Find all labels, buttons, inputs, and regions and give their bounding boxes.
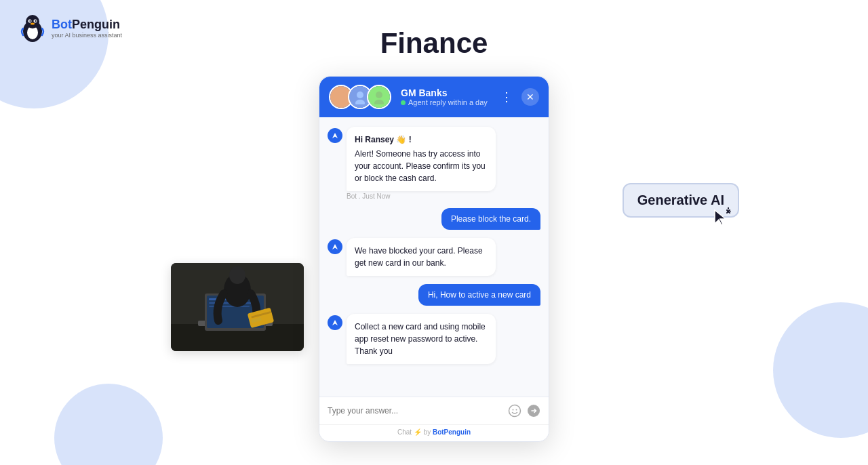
close-button[interactable]: ✕ — [521, 88, 539, 106]
svg-point-25 — [338, 92, 344, 98]
generative-ai-badge: Generative AI — [623, 183, 739, 218]
chat-footer: Chat ⚡ by BotPenguin — [319, 424, 549, 441]
send-button[interactable] — [527, 404, 540, 418]
svg-point-17 — [229, 266, 245, 284]
bot-message-3: Collect a new card and using mobile app … — [328, 314, 540, 364]
decorative-circle-right — [773, 302, 868, 438]
bot-icon-1 — [328, 128, 342, 143]
svg-point-26 — [336, 100, 346, 104]
user-bubble-1: Please block the card. — [441, 208, 540, 230]
chat-name: GM Banks — [401, 87, 490, 98]
bot-bubble-2: We have blocked your card. Please get ne… — [347, 238, 496, 276]
avatar-group — [329, 85, 391, 109]
user-message-1: Please block the card. — [328, 208, 540, 230]
bot-timestamp-1: Bot . Just Now — [347, 193, 540, 200]
header-actions[interactable]: ⋮ ✕ — [497, 87, 539, 106]
user-bubble-2: Hi, How to active a new card — [418, 284, 540, 306]
emoji-button[interactable] — [508, 404, 521, 418]
page-title: Finance — [380, 27, 488, 60]
svg-point-32 — [513, 409, 514, 411]
svg-point-27 — [357, 92, 363, 98]
user-message-2: Hi, How to active a new card — [328, 284, 540, 306]
svg-point-7 — [31, 23, 35, 25]
chat-messages: Hi Ransey 👋 ! Alert! Someone has try acc… — [319, 117, 549, 397]
photo-svg — [171, 263, 304, 351]
avatar-3 — [367, 85, 391, 109]
logo-name: BotPenguin — [52, 18, 122, 32]
bot-bubble-3: Collect a new card and using mobile app … — [347, 314, 496, 364]
chat-input-area — [319, 397, 549, 424]
logo: BotPenguin your AI business assistant — [19, 14, 122, 43]
svg-point-31 — [509, 405, 521, 417]
svg-point-28 — [355, 100, 365, 104]
svg-point-5 — [29, 20, 31, 22]
bot-icon-3 — [328, 315, 342, 330]
generative-ai-label: Generative AI — [637, 193, 724, 207]
chat-widget: GM Banks Agent reply within a day ⋮ ✕ Hi… — [319, 76, 549, 442]
menu-button[interactable]: ⋮ — [497, 87, 516, 106]
bot-bubble-1: Hi Ransey 👋 ! Alert! Someone has try acc… — [347, 127, 496, 191]
status-dot — [401, 100, 406, 105]
logo-tagline: your AI business assistant — [52, 32, 122, 39]
logo-text: BotPenguin your AI business assistant — [52, 18, 122, 39]
bot-message-2: We have blocked your card. Please get ne… — [328, 238, 540, 276]
svg-point-6 — [35, 20, 36, 22]
svg-point-2 — [26, 15, 39, 28]
decorative-circle-bottom-left — [54, 384, 163, 465]
header-info: GM Banks Agent reply within a day — [401, 87, 490, 106]
svg-point-33 — [516, 409, 517, 411]
chat-header: GM Banks Agent reply within a day ⋮ ✕ — [319, 77, 549, 117]
svg-point-29 — [376, 92, 382, 98]
logo-svg — [19, 14, 46, 43]
svg-point-30 — [374, 100, 384, 104]
chat-status: Agent reply within a day — [401, 98, 490, 106]
finance-photo — [171, 263, 304, 351]
bot-icon-2 — [328, 239, 342, 254]
bot-message-1: Hi Ransey 👋 ! Alert! Someone has try acc… — [328, 127, 540, 200]
cursor-icon — [712, 207, 731, 231]
chat-input[interactable] — [328, 406, 502, 416]
